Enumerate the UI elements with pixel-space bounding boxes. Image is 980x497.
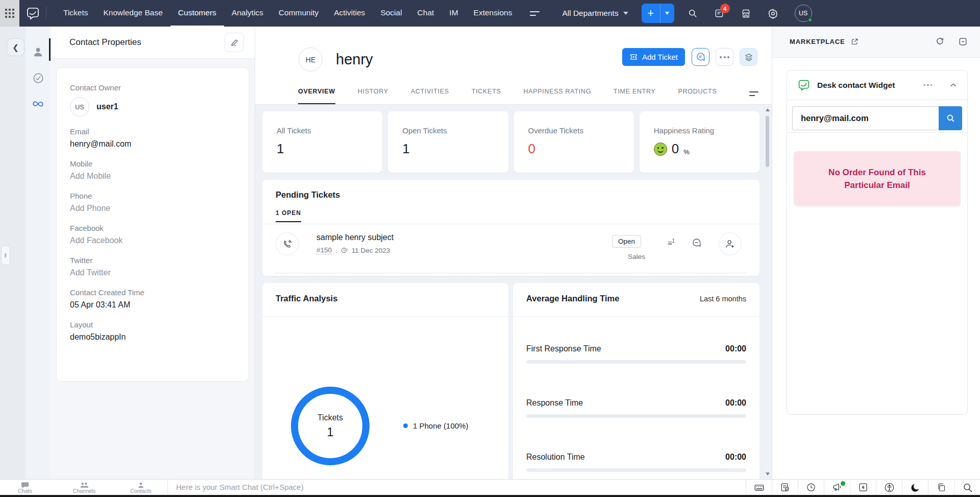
- chart-legend[interactable]: 1 Phone (100%): [403, 421, 468, 430]
- add-mobile-link[interactable]: Add Mobile: [70, 172, 235, 181]
- collapse-back-button[interactable]: ❮: [7, 38, 24, 56]
- email-value[interactable]: henry@mail.com: [70, 139, 235, 149]
- start-chat-button[interactable]: [692, 48, 709, 66]
- nav-social[interactable]: Social: [373, 0, 409, 27]
- nav-community[interactable]: Community: [271, 0, 326, 27]
- tab-time-entry[interactable]: TIME ENTRY: [614, 88, 655, 104]
- stat-all-tickets[interactable]: All Tickets 1: [262, 111, 382, 173]
- stat-overdue-tickets[interactable]: Overdue Tickets 0: [514, 111, 634, 173]
- more-actions-button[interactable]: [716, 48, 733, 66]
- rail-tab-contact-details[interactable]: [26, 43, 51, 60]
- chevron-up-icon[interactable]: [949, 81, 957, 89]
- settings-button[interactable]: [768, 8, 778, 19]
- rail-tab-crm[interactable]: [26, 95, 51, 112]
- app-launcher-button[interactable]: [0, 0, 19, 27]
- quick-create-dropdown[interactable]: [660, 4, 674, 23]
- channel-phone-badge: [276, 232, 299, 255]
- nav-extensions[interactable]: Extensions: [466, 0, 520, 27]
- nav-right-icons: 4 US: [688, 5, 812, 22]
- nav-tickets[interactable]: Tickets: [56, 0, 96, 27]
- nav-im[interactable]: IM: [442, 0, 465, 27]
- copy-snippets-button[interactable]: [928, 480, 954, 495]
- assign-agent-button[interactable]: [719, 232, 742, 255]
- add-phone-link[interactable]: Add Phone: [70, 204, 235, 213]
- nav-customers[interactable]: Customers: [170, 0, 224, 27]
- nav-overflow-menu-icon[interactable]: [527, 8, 543, 19]
- nav-chat[interactable]: Chat: [410, 0, 442, 27]
- department-selector[interactable]: All Departments: [562, 9, 628, 18]
- tabs-overflow-icon[interactable]: [749, 91, 758, 96]
- nav-analytics[interactable]: Analytics: [224, 0, 271, 27]
- stat-label: Open Tickets: [402, 126, 508, 135]
- tab-overview[interactable]: OVERVIEW: [298, 88, 335, 104]
- tab-tickets[interactable]: TICKETS: [472, 88, 501, 104]
- email-search-input[interactable]: [792, 106, 939, 130]
- search-button[interactable]: [688, 8, 698, 18]
- channels-button[interactable]: Channels: [66, 480, 102, 495]
- nav-knowledge-base[interactable]: Knowledge Base: [96, 0, 170, 27]
- happiness-value: 0: [672, 141, 679, 157]
- tab-activities[interactable]: ACTIVITIES: [411, 88, 449, 104]
- zoho-widget-logo-icon: [797, 79, 810, 91]
- ticket-comment-button[interactable]: [692, 238, 701, 250]
- announcements-button[interactable]: [824, 480, 850, 495]
- stat-open-tickets[interactable]: Open Tickets 1: [388, 111, 508, 173]
- minimize-panel-button[interactable]: [958, 37, 968, 49]
- tasks-button[interactable]: [772, 480, 798, 495]
- owner-avatar: US: [70, 97, 89, 116]
- edit-properties-button[interactable]: [225, 33, 244, 52]
- bottom-search-button[interactable]: [954, 480, 980, 495]
- smart-chat-input[interactable]: Here is your Smart Chat (Ctrl+Space): [176, 483, 304, 491]
- nav-activities[interactable]: Activities: [326, 0, 373, 27]
- scrollbar-thumb[interactable]: [766, 116, 769, 167]
- open-tickets-tab[interactable]: 1 OPEN: [276, 209, 301, 222]
- accessibility-button[interactable]: [876, 480, 902, 495]
- main-scrollbar[interactable]: [764, 105, 772, 479]
- chats-button[interactable]: Chats: [7, 480, 43, 495]
- queue-stack-button[interactable]: [740, 48, 757, 66]
- metric-response: Response Time 00:00: [526, 398, 746, 418]
- tab-history[interactable]: HISTORY: [358, 88, 388, 104]
- marketplace-button[interactable]: [741, 8, 751, 19]
- stat-happiness-rating[interactable]: Happiness Rating 0 %: [640, 111, 760, 173]
- add-ticket-button[interactable]: Add Ticket: [622, 48, 685, 66]
- add-twitter-link[interactable]: Add Twitter: [70, 268, 235, 277]
- marketplace-panel: MARKETPLACE Desk contact Widget: [772, 27, 980, 479]
- rail-tab-approvals[interactable]: [26, 69, 51, 87]
- feedback-button[interactable]: [850, 480, 876, 495]
- recent-activity-button[interactable]: [798, 480, 824, 495]
- left-rail-outer: ❮ ‖: [0, 27, 26, 479]
- person-add-icon: [725, 239, 736, 249]
- no-order-line1: No Order Found of This: [828, 168, 926, 178]
- widget-options-button[interactable]: [924, 84, 933, 86]
- owner-name[interactable]: user1: [96, 102, 118, 111]
- contacts-button[interactable]: Contacts: [123, 480, 159, 495]
- refresh-widget-button[interactable]: [936, 37, 944, 48]
- user-avatar[interactable]: US: [795, 5, 812, 22]
- ticket-subject-link[interactable]: sample henry subject: [316, 233, 394, 242]
- divider: [262, 224, 760, 224]
- scroll-down-arrow[interactable]: [766, 472, 770, 476]
- thread-count-icon[interactable]: ≡1: [668, 238, 675, 247]
- zoho-desk-logo[interactable]: [26, 6, 40, 20]
- layers-icon: [744, 53, 753, 62]
- legend-dot-phone: [403, 423, 408, 428]
- ticket-id[interactable]: #150: [316, 246, 332, 254]
- add-facebook-link[interactable]: Add Facebook: [70, 236, 235, 245]
- scroll-up-arrow[interactable]: [766, 108, 770, 111]
- tab-happiness-rating[interactable]: HAPPINESS RATING: [524, 88, 592, 104]
- field-phone: Phone Add Phone: [70, 192, 235, 213]
- tab-products[interactable]: PRODUCTS: [678, 88, 717, 104]
- dark-mode-button[interactable]: [902, 480, 928, 495]
- keyboard-shortcuts-button[interactable]: [746, 480, 772, 495]
- ticket-date: 11 Dec 2023: [352, 247, 390, 254]
- quick-create-button[interactable]: +: [642, 4, 660, 23]
- keyboard-icon: [754, 482, 765, 493]
- widget-search-button[interactable]: [939, 106, 962, 130]
- panel-drag-handle[interactable]: ‖: [1, 246, 10, 265]
- moon-icon: [911, 483, 920, 492]
- external-link-icon[interactable]: [851, 38, 859, 45]
- field-layout: Layout demo5bizappIn: [70, 320, 235, 342]
- notifications-button[interactable]: 4: [714, 8, 724, 18]
- donut-center-label: Tickets 1: [291, 387, 370, 465]
